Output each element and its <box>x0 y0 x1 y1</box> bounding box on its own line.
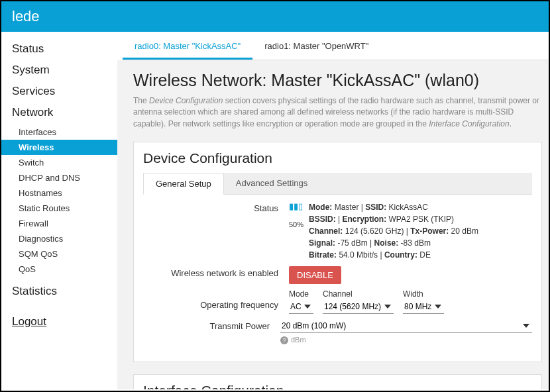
nav-item-statistics[interactable]: Statistics <box>1 281 117 302</box>
enable-label: Wireless network is enabled <box>143 266 289 278</box>
nav-item-services[interactable]: Services <box>1 81 117 102</box>
interface-config-title: Interface Configuration <box>143 383 532 389</box>
tab-general-setup[interactable]: General Setup <box>143 173 224 195</box>
status-block: Mode: Master | SSID: KickAssAC BSSID: | … <box>309 201 478 261</box>
sidebar: Status System Services Network Interface… <box>1 32 117 389</box>
mode-select[interactable]: AC <box>289 300 313 314</box>
sidebar-item-hostnames[interactable]: Hostnames <box>1 185 117 201</box>
sidebar-item-dhcp[interactable]: DHCP and DNS <box>1 170 117 185</box>
nav-item-network[interactable]: Network <box>1 102 117 123</box>
sidebar-item-firewall[interactable]: Firewall <box>1 216 117 231</box>
tab-advanced-settings[interactable]: Advanced Settings <box>224 173 319 194</box>
page-description: The Device Configuration section covers … <box>133 95 542 130</box>
tab-radio1[interactable]: radio1: Master "OpenWRT" <box>252 36 380 60</box>
app-header: lede <box>1 1 549 32</box>
sidebar-item-qos[interactable]: QoS <box>1 262 117 277</box>
device-config-title: Device Configuration <box>143 150 532 166</box>
channel-head: Channel <box>323 289 394 299</box>
signal-percent: 50% <box>289 220 303 228</box>
nav-item-system[interactable]: System <box>1 60 117 81</box>
main-area: radio0: Master "KickAssAC" radio1: Maste… <box>117 32 549 389</box>
device-tabs: General Setup Advanced Settings <box>143 173 532 195</box>
sidebar-item-sqm-qos[interactable]: SQM QoS <box>1 246 117 262</box>
signal-strength-icon: ▮▮▯ <box>289 201 303 211</box>
sidebar-item-switch[interactable]: Switch <box>1 155 117 170</box>
logout-link[interactable]: Logout <box>1 311 117 332</box>
width-select[interactable]: 80 MHz <box>403 300 444 314</box>
status-label: Status <box>143 201 289 213</box>
sidebar-item-interfaces[interactable]: Interfaces <box>1 124 117 140</box>
tab-radio0[interactable]: radio0: Master "KickAssAC" <box>123 36 252 60</box>
radio-tabs: radio0: Master "KickAssAC" radio1: Maste… <box>123 36 549 60</box>
channel-select[interactable]: 124 (5620 MHz) <box>323 300 394 314</box>
transmit-power-hint: dBm <box>280 336 532 344</box>
sidebar-item-wireless[interactable]: Wireless <box>1 140 117 155</box>
sidebar-item-static-routes[interactable]: Static Routes <box>1 201 117 216</box>
interface-config-panel: Interface Configuration General Setup Wi… <box>133 374 542 389</box>
device-config-panel: Device Configuration General Setup Advan… <box>133 142 542 362</box>
width-head: Width <box>403 289 444 299</box>
operating-frequency-label: Operating frequency <box>143 289 289 310</box>
nav-network-children: Interfaces Wireless Switch DHCP and DNS … <box>1 123 117 281</box>
brand-title: lede <box>12 8 40 24</box>
disable-button[interactable]: DISABLE <box>289 266 341 284</box>
transmit-power-label: Transmit Power <box>143 319 280 331</box>
page-title: Wireless Network: Master "KickAssAC" (wl… <box>133 71 542 90</box>
nav-item-status[interactable]: Status <box>1 38 117 60</box>
mode-head: Mode <box>289 289 313 299</box>
sidebar-item-diagnostics[interactable]: Diagnostics <box>1 231 117 246</box>
transmit-power-select[interactable]: 20 dBm (100 mW) <box>280 319 532 333</box>
